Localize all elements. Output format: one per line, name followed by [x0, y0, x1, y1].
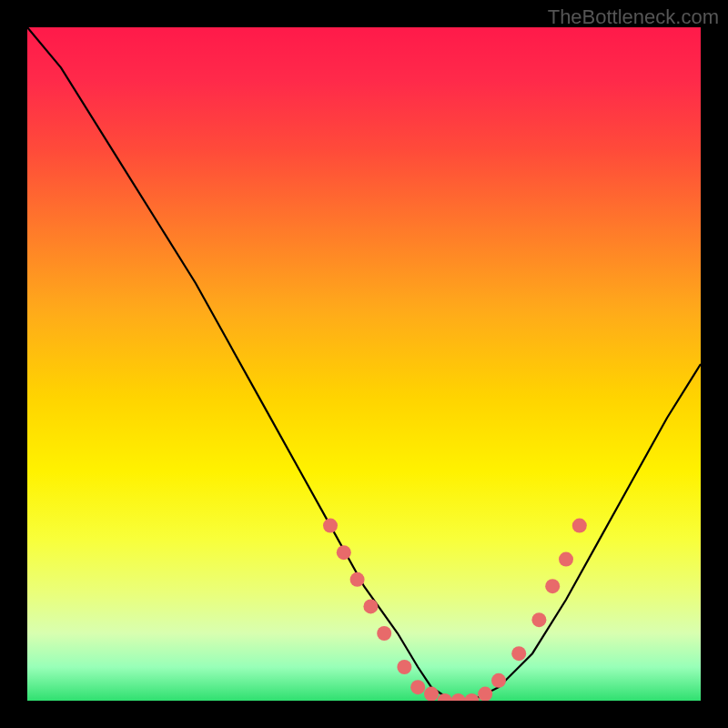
marker-dot [350, 572, 365, 587]
watermark-text: TheBottleneck.com [548, 5, 719, 29]
marker-dot [572, 519, 587, 533]
marker-dot [337, 545, 351, 560]
chart-svg [27, 27, 701, 701]
marker-dot [511, 646, 526, 661]
marker-dot [491, 673, 506, 688]
marker-dot [424, 687, 439, 701]
marker-dot [545, 579, 560, 593]
marker-dot [377, 626, 391, 641]
marker-dot [363, 599, 378, 613]
marker-dot [397, 660, 411, 674]
bottleneck-curve [27, 27, 701, 701]
curve-markers [323, 519, 587, 701]
marker-dot [438, 693, 452, 701]
marker-dot [559, 552, 573, 567]
marker-dot [323, 519, 338, 533]
marker-dot [451, 693, 466, 701]
plot-area [27, 27, 701, 701]
marker-dot [410, 680, 425, 694]
marker-dot [464, 693, 479, 701]
marker-dot [478, 687, 492, 701]
marker-dot [531, 612, 546, 627]
